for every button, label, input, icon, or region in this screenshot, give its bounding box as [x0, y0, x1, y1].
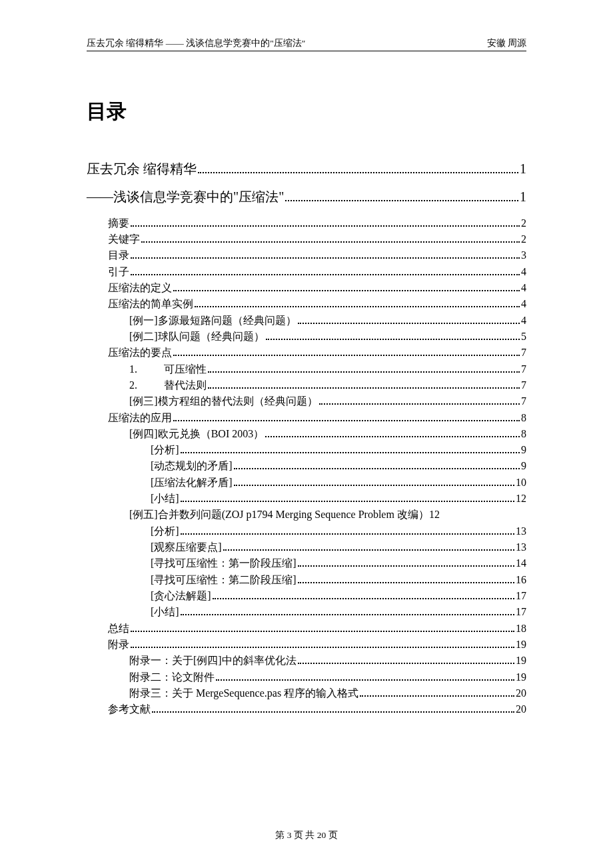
- toc-leader-dots: [181, 533, 514, 535]
- toc-page-number: 17: [516, 604, 526, 620]
- toc-page-number: 7: [521, 377, 526, 393]
- toc-page-number: 4: [521, 313, 526, 329]
- toc-page-number: 14: [516, 555, 526, 571]
- toc-label: [压缩法化解矛盾]: [151, 475, 233, 491]
- toc-page-number: 1: [520, 159, 526, 179]
- toc-label: [例五]合并数列问题(ZOJ p1794 Merging Sequence Pr…: [129, 507, 429, 523]
- toc-label: 关键字: [108, 231, 140, 247]
- toc-leader-dots: [213, 598, 514, 599]
- toc-page-number: 4: [521, 264, 526, 280]
- toc-entry[interactable]: [贪心法解题]17: [87, 588, 526, 604]
- toc-page-number: 13: [516, 539, 526, 555]
- page-number: 第 3 页 共 20 页: [275, 830, 337, 840]
- toc-entry[interactable]: 附录一：关于[例四]中的斜率优化法19: [87, 653, 526, 669]
- toc-entry[interactable]: 压缩法的简单实例4: [87, 296, 526, 312]
- toc-page-number: 7: [521, 345, 526, 361]
- toc-entry[interactable]: ——浅谈信息学竞赛中的"压缩法"1: [87, 187, 526, 207]
- toc-leader-dots: [173, 420, 520, 421]
- toc-label: [小结]: [151, 604, 179, 620]
- toc-entry[interactable]: [寻找可压缩性：第一阶段压缩]14: [87, 555, 526, 571]
- header-left: 压去冗余 缩得精华 —— 浅谈信息学竞赛中的"压缩法": [87, 37, 305, 49]
- toc-leader-dots: [181, 614, 514, 615]
- toc-label: 压去冗余 缩得精华: [87, 159, 197, 179]
- toc-label: 压缩法的简单实例: [108, 296, 193, 312]
- toc-label: [动态规划的矛盾]: [151, 458, 233, 474]
- toc-label: [例四]欧元兑换（BOI 2003）: [129, 426, 264, 442]
- toc-leader-dots: [181, 452, 520, 453]
- toc-page-number: 13: [516, 523, 526, 539]
- toc-page-number: 17: [516, 588, 526, 604]
- toc-page-number: 19: [516, 669, 526, 685]
- toc-entry[interactable]: 附录二：论文附件19: [87, 669, 526, 685]
- toc-entry[interactable]: 2.替代法则7: [87, 377, 526, 393]
- toc-page-number: 5: [521, 329, 526, 345]
- toc-entry[interactable]: [压缩法化解矛盾]10: [87, 475, 526, 491]
- header-right: 安徽 周源: [487, 37, 526, 49]
- toc-entry[interactable]: 摘要2: [87, 215, 526, 231]
- toc-leader-dots: [131, 225, 520, 227]
- toc-entry[interactable]: [例三]模方程组的替代法则（经典问题）7: [87, 393, 526, 409]
- toc-page-number: 16: [516, 572, 526, 588]
- toc-entry[interactable]: 附录19: [87, 637, 526, 653]
- toc-entry[interactable]: 附录三：关于 MergeSequence.pas 程序的输入格式20: [87, 685, 526, 701]
- toc-leader-dots: [131, 274, 520, 275]
- toc-leader-dots: [195, 306, 520, 307]
- toc-label: [例二]球队问题（经典问题）: [129, 329, 265, 345]
- toc-entry[interactable]: [例四]欧元兑换（BOI 2003）8: [87, 426, 526, 442]
- toc-label: 总结: [108, 621, 129, 637]
- toc-label: [例一]多源最短路问题（经典问题）: [129, 313, 297, 329]
- toc-label: [分析]: [151, 442, 179, 458]
- toc-entry[interactable]: 压缩法的定义4: [87, 280, 526, 296]
- toc-leader-dots: [173, 355, 520, 356]
- toc-leader-dots: [131, 257, 520, 259]
- toc-page-number: 19: [516, 653, 526, 669]
- toc-leader-dots: [198, 172, 518, 173]
- toc-page-number: 1: [520, 187, 526, 207]
- toc-page-number: 20: [516, 701, 526, 717]
- toc-entry[interactable]: [分析]13: [87, 523, 526, 539]
- toc-entry[interactable]: 引子4: [87, 264, 526, 280]
- toc-page-number: 8: [521, 410, 526, 426]
- toc-leader-dots: [298, 565, 514, 567]
- toc-heading: 目录: [87, 98, 526, 125]
- toc-page-number: 8: [521, 426, 526, 442]
- toc-entry[interactable]: 压去冗余 缩得精华1: [87, 159, 526, 179]
- toc-entry[interactable]: [观察压缩要点]13: [87, 539, 526, 555]
- toc-leader-dots: [265, 436, 520, 437]
- toc-page-number: 12: [429, 507, 440, 523]
- toc-entry[interactable]: 总结18: [87, 621, 526, 637]
- toc-entry[interactable]: [例一]多源最短路问题（经典问题）4: [87, 313, 526, 329]
- toc-leader-dots: [208, 371, 520, 373]
- toc-entry[interactable]: [例二]球队问题（经典问题）5: [87, 329, 526, 345]
- toc-entry[interactable]: [小结]17: [87, 604, 526, 620]
- toc-label: 摘要: [108, 215, 129, 231]
- toc-page-number: 18: [516, 621, 526, 637]
- toc-entry[interactable]: 目录3: [87, 247, 526, 263]
- toc-entry[interactable]: 参考文献20: [87, 701, 526, 717]
- toc-label: [寻找可压缩性：第二阶段压缩]: [151, 572, 297, 588]
- toc-entry[interactable]: 1.可压缩性7: [87, 361, 526, 377]
- page-footer: 第 3 页 共 20 页: [0, 829, 613, 841]
- toc-label: 参考文献: [108, 701, 151, 717]
- toc-entry[interactable]: 压缩法的应用8: [87, 410, 526, 426]
- toc-entry[interactable]: 关键字2: [87, 231, 526, 247]
- toc-entry[interactable]: [小结]12: [87, 491, 526, 507]
- toc-page-number: 3: [521, 247, 526, 263]
- toc-entry[interactable]: 压缩法的要点7: [87, 345, 526, 361]
- toc-label: 引子: [108, 264, 129, 280]
- toc-entry[interactable]: [寻找可压缩性：第二阶段压缩]16: [87, 572, 526, 588]
- toc-page-number: 2: [521, 215, 526, 231]
- toc-leader-dots: [298, 323, 520, 324]
- toc-page-number: 19: [516, 637, 526, 653]
- toc-page-number: 9: [521, 458, 526, 474]
- toc-label: [例三]模方程组的替代法则（经典问题）: [129, 393, 318, 409]
- toc-label: 附录三：关于 MergeSequence.pas 程序的输入格式: [129, 685, 358, 701]
- toc-entry[interactable]: [例五]合并数列问题(ZOJ p1794 Merging Sequence Pr…: [87, 507, 526, 523]
- toc-entry[interactable]: [动态规划的矛盾]9: [87, 458, 526, 474]
- toc-leader-dots: [266, 339, 520, 340]
- toc-leader-dots: [234, 468, 520, 469]
- toc-entry[interactable]: [分析]9: [87, 442, 526, 458]
- toc-leader-dots: [131, 631, 514, 632]
- toc-leader-dots: [216, 679, 514, 681]
- toc-leader-dots: [298, 582, 514, 583]
